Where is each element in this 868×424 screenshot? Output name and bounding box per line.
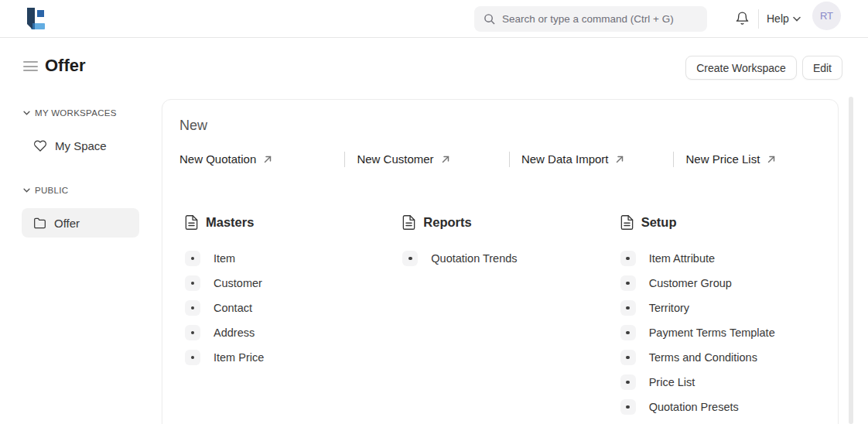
vertical-scrollbar[interactable] <box>849 97 853 424</box>
chevron-down-icon <box>793 16 801 22</box>
column-header: Masters <box>185 215 402 230</box>
sidebar-item-my-space[interactable]: My Space <box>22 131 139 160</box>
new-section-title: New <box>179 115 838 135</box>
navbar-divider <box>758 9 759 29</box>
search-input[interactable] <box>502 13 698 25</box>
sidebar-item-label: Offer <box>54 217 80 230</box>
bullet-icon <box>185 275 200 291</box>
link-columns: Masters Item Customer Contact Address <box>185 215 838 419</box>
shortcut-label: New Data Import <box>521 152 609 167</box>
notifications-button[interactable] <box>730 6 754 31</box>
link-item-price-list[interactable]: Price List <box>620 370 838 395</box>
page-title: Offer <box>45 56 86 76</box>
document-icon <box>185 215 198 230</box>
bullet-icon <box>620 300 636 316</box>
column-setup: Setup Item Attribute Customer Group Terr… <box>620 215 838 419</box>
link-item-customer-group[interactable]: Customer Group <box>620 271 838 296</box>
link-item-item-attribute[interactable]: Item Attribute <box>620 246 838 271</box>
column-masters: Masters Item Customer Contact Address <box>185 215 402 419</box>
column-header: Setup <box>620 215 838 230</box>
help-label: Help <box>767 12 789 25</box>
bullet-icon <box>620 350 636 365</box>
bullet-icon <box>620 275 636 291</box>
page-header: Offer Create Workspace Edit <box>0 38 868 92</box>
search-icon <box>484 13 495 25</box>
link-item-terms-and-conditions[interactable]: Terms and Conditions <box>620 345 838 370</box>
shortcut-new-price-list[interactable]: New Price List <box>673 152 838 167</box>
bullet-icon <box>185 325 200 340</box>
column-title: Masters <box>206 215 254 230</box>
sidebar-section-my-workspaces[interactable]: MY WORKSPACES <box>23 108 117 118</box>
column-title: Reports <box>423 215 471 230</box>
shortcut-new-data-import[interactable]: New Data Import <box>509 152 674 167</box>
link-item-contact[interactable]: Contact <box>185 296 402 320</box>
bullet-icon <box>620 251 636 266</box>
link-item-payment-terms-template[interactable]: Payment Terms Template <box>620 320 838 345</box>
sidebar-item-label: My Space <box>55 139 107 152</box>
document-icon <box>620 215 634 230</box>
global-search[interactable] <box>474 6 707 32</box>
link-item-item[interactable]: Item <box>185 246 402 271</box>
bell-icon <box>735 11 750 26</box>
bullet-icon <box>402 251 418 266</box>
section-label-text: PUBLIC <box>35 186 68 195</box>
column-header: Reports <box>402 215 620 230</box>
bullet-icon <box>620 399 636 415</box>
bullet-icon <box>185 251 200 266</box>
document-icon <box>402 215 415 230</box>
top-navbar: Help RT <box>0 0 868 38</box>
column-reports: Reports Quotation Trends <box>402 215 620 419</box>
bullet-icon <box>185 300 200 316</box>
workspace-card: New New Quotation New Customer New Data … <box>162 99 839 424</box>
arrow-up-right-icon <box>263 155 272 164</box>
link-item-customer[interactable]: Customer <box>185 271 402 296</box>
bullet-icon <box>620 325 636 340</box>
folder-icon <box>33 217 46 229</box>
link-item-quotation-trends[interactable]: Quotation Trends <box>402 246 620 271</box>
link-item-address[interactable]: Address <box>185 320 402 345</box>
shortcut-label: New Price List <box>685 152 760 167</box>
link-item-item-price[interactable]: Item Price <box>185 345 402 370</box>
column-title: Setup <box>641 215 677 230</box>
shortcut-label: New Customer <box>357 152 433 167</box>
shortcut-new-quotation[interactable]: New Quotation <box>179 152 344 167</box>
arrow-up-right-icon <box>615 155 624 164</box>
help-menu[interactable]: Help <box>767 6 801 31</box>
edit-button[interactable]: Edit <box>802 56 842 80</box>
sidebar: MY WORKSPACES My Space PUBLIC Offer <box>0 92 162 424</box>
chevron-down-icon <box>23 188 30 193</box>
bullet-icon <box>620 374 636 390</box>
heart-icon <box>33 139 47 152</box>
arrow-up-right-icon <box>767 155 776 164</box>
avatar-initials: RT <box>820 10 833 22</box>
shortcuts-row: New Quotation New Customer New Data Impo… <box>179 152 838 167</box>
shortcut-label: New Quotation <box>179 152 256 167</box>
section-label-text: MY WORKSPACES <box>35 108 117 118</box>
sidebar-section-public[interactable]: PUBLIC <box>23 186 68 195</box>
arrow-up-right-icon <box>441 155 450 164</box>
chevron-down-icon <box>23 111 30 115</box>
bullet-icon <box>185 350 200 365</box>
sidebar-toggle-icon[interactable] <box>23 61 38 71</box>
shortcut-new-customer[interactable]: New Customer <box>344 152 509 167</box>
app-logo-icon[interactable] <box>24 7 47 30</box>
link-item-quotation-presets[interactable]: Quotation Presets <box>620 395 838 419</box>
create-workspace-button[interactable]: Create Workspace <box>685 56 797 80</box>
link-item-territory[interactable]: Territory <box>620 296 838 320</box>
sidebar-item-offer[interactable]: Offer <box>22 208 139 238</box>
avatar[interactable]: RT <box>812 2 841 30</box>
